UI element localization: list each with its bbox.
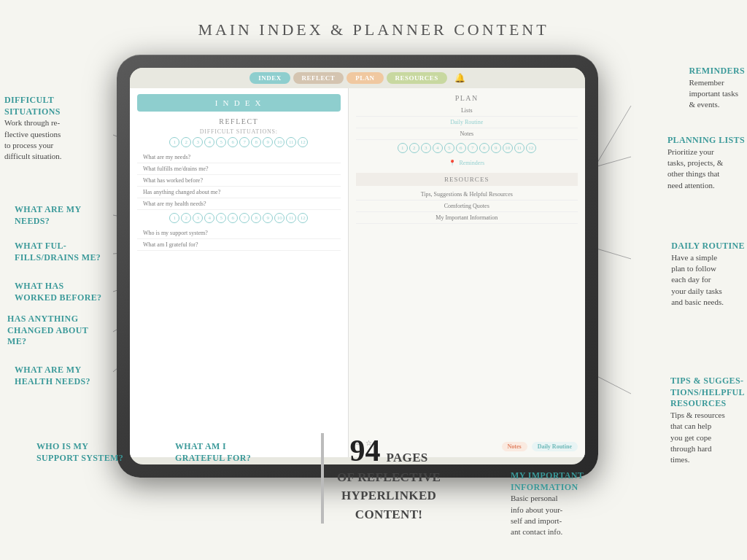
row-grateful: What am I grateful for? (137, 239, 341, 251)
num2-4: 4 (204, 213, 214, 223)
plan-lists: Lists (356, 105, 578, 117)
num2-3: 3 (193, 213, 203, 223)
res-tips: Tips, Suggestions & Helpful Resources (356, 189, 578, 201)
tab-resources[interactable]: RESOURCES (387, 72, 447, 84)
plan-header: PLAN (356, 94, 578, 102)
annotation-needs: WHAT ARE MYNEEDS? (15, 204, 82, 227)
tab-notes-bottom[interactable]: Notes (502, 442, 527, 451)
num-10: 10 (274, 137, 285, 147)
rnum-7: 7 (468, 143, 478, 153)
annotation-support: WHO IS MYSUPPORT SYSTEM? (36, 441, 123, 464)
rnum-2: 2 (409, 143, 419, 153)
annotation-my-important: MY IMPORTANTINFORMATION Basic personalin… (511, 470, 584, 538)
daily-routine-desc: Have a simpleplan to followeach day fory… (671, 252, 745, 308)
changed-title: HAS ANYTHINGCHANGED ABOUTME? (7, 314, 88, 348)
bell-small-icon: 📍 (449, 160, 456, 166)
planning-title: PLANNING LISTS (667, 135, 745, 147)
annotation-planning: PLANNING LISTS Prioritize yourtasks, pro… (667, 135, 745, 191)
number-circles-2: 1 2 3 4 5 6 7 8 9 10 11 12 (137, 213, 341, 223)
res-info: My Important Information (356, 212, 578, 224)
daily-routine-title: DAILY ROUTINE (671, 241, 745, 252)
planning-desc: Prioritize yourtasks, projects, &other t… (667, 147, 745, 192)
annotation-changed: HAS ANYTHINGCHANGED ABOUTME? (7, 314, 88, 348)
row-health: What are my health needs? (137, 198, 341, 210)
right-panel: PLAN Lists Daily Routine Notes 1 2 3 4 5… (349, 88, 585, 457)
rnum-12: 12 (526, 143, 536, 153)
fulfills-title: WHAT FUL-FILLS/DRAINS ME? (15, 241, 101, 263)
health-title: WHAT ARE MYHEALTH NEEDS? (15, 365, 90, 387)
annotation-fulfills: WHAT FUL-FILLS/DRAINS ME? (15, 241, 101, 263)
rnum-9: 9 (491, 143, 501, 153)
row-fulfills: What fulfills me/drains me? (137, 163, 341, 175)
tab-daily-bottom[interactable]: Daily Routine (532, 442, 578, 451)
pages-number: 94 (350, 434, 381, 467)
reminders-row: 📍 Reminders (356, 158, 578, 168)
num2-5: 5 (216, 213, 226, 223)
num-7: 7 (239, 137, 249, 147)
pages-subtext: OF REFLECTIVEHYPERLINKEDCONTENT! (337, 468, 441, 524)
pages-count: 94 PAGES (350, 451, 428, 463)
tab-bar: INDEX REFLECT PLAN RESOURCES 🔔 (130, 68, 585, 88)
num-4: 4 (204, 137, 214, 147)
num-3: 3 (193, 137, 203, 147)
my-important-desc: Basic personalinfo about your-self and i… (511, 493, 584, 538)
reminders-text: Reminders (459, 160, 484, 166)
number-circles-1: 1 2 3 4 5 6 7 8 9 10 11 12 (137, 137, 341, 147)
num2-12: 12 (298, 213, 308, 223)
plan-notes: Notes (356, 128, 578, 140)
num2-1: 1 (169, 213, 179, 223)
num2-9: 9 (263, 213, 273, 223)
my-important-title: MY IMPORTANTINFORMATION (511, 470, 584, 493)
num-6: 6 (228, 137, 238, 147)
bell-icon: 🔔 (454, 73, 465, 84)
num-11: 11 (286, 137, 296, 147)
num-8: 8 (251, 137, 261, 147)
num2-11: 11 (286, 213, 296, 223)
row-changed: Has anything changed about me? (137, 187, 341, 198)
resources-header: RESOURCES (356, 173, 578, 186)
rnum-8: 8 (479, 143, 489, 153)
main-title: MAIN INDEX & PLANNER CONTENT (0, 0, 747, 39)
annotation-grateful: WHAT AM IGRATEFUL FOR? (175, 441, 251, 464)
tips-title: TIPS & SUGGES-TIONS/HELPFULRESOURCES (670, 376, 745, 410)
annotation-daily-routine: DAILY ROUTINE Have a simpleplan to follo… (671, 241, 745, 308)
num2-10: 10 (274, 213, 285, 223)
tab-plan[interactable]: PLAN (347, 72, 383, 84)
rnum-3: 3 (421, 143, 431, 153)
tab-reflect[interactable]: REFLECT (293, 72, 344, 84)
left-panel: I N D E X REFLECT DIFFICULT SITUATIONS: … (130, 88, 349, 457)
annotation-reminders: REMINDERS Rememberimportant tasks& event… (689, 66, 745, 111)
needs-title: WHAT ARE MYNEEDS? (15, 204, 82, 227)
rnum-10: 10 (503, 143, 513, 153)
res-quotes: Comforting Quotes (356, 201, 578, 212)
grateful-title: WHAT AM IGRATEFUL FOR? (175, 441, 251, 464)
annotation-difficult-situations: DIFFICULTSITUATIONS Work through re-flec… (4, 95, 62, 163)
num-12: 12 (298, 137, 308, 147)
annotation-tips: TIPS & SUGGES-TIONS/HELPFULRESOURCES Tip… (670, 376, 745, 466)
pages-section: 94 PAGES OF REFLECTIVEHYPERLINKEDCONTENT… (321, 433, 441, 524)
rnum-4: 4 (433, 143, 443, 153)
tablet-outer: INDEX REFLECT PLAN RESOURCES 🔔 I N D E X… (117, 55, 598, 478)
reminders-title: REMINDERS (689, 66, 745, 77)
tablet-wrapper: INDEX REFLECT PLAN RESOURCES 🔔 I N D E X… (117, 55, 598, 478)
num-5: 5 (216, 137, 226, 147)
tips-desc: Tips & resourcesthat can helpyou get cop… (670, 410, 745, 466)
num-1: 1 (169, 137, 179, 147)
plan-daily: Daily Routine (356, 117, 578, 128)
worked-title: WHAT HASWORKED BEFORE? (15, 281, 101, 303)
num2-8: 8 (251, 213, 261, 223)
index-header: I N D E X (137, 94, 341, 112)
num2-6: 6 (228, 213, 238, 223)
num2-2: 2 (181, 213, 191, 223)
reminders-desc: Rememberimportant tasks& events. (689, 77, 745, 111)
num2-7: 7 (239, 213, 249, 223)
num-9: 9 (263, 137, 273, 147)
support-title: WHO IS MYSUPPORT SYSTEM? (36, 441, 123, 464)
content-area: I N D E X REFLECT DIFFICULT SITUATIONS: … (130, 88, 585, 457)
tab-index[interactable]: INDEX (249, 72, 290, 84)
difficult-situations-text: Work through re-flective questionsto pro… (4, 117, 62, 163)
row-support: Who is my support system? (137, 228, 341, 239)
tablet-inner: INDEX REFLECT PLAN RESOURCES 🔔 I N D E X… (130, 68, 585, 464)
rnum-5: 5 (444, 143, 454, 153)
annotation-worked: WHAT HASWORKED BEFORE? (15, 281, 101, 303)
